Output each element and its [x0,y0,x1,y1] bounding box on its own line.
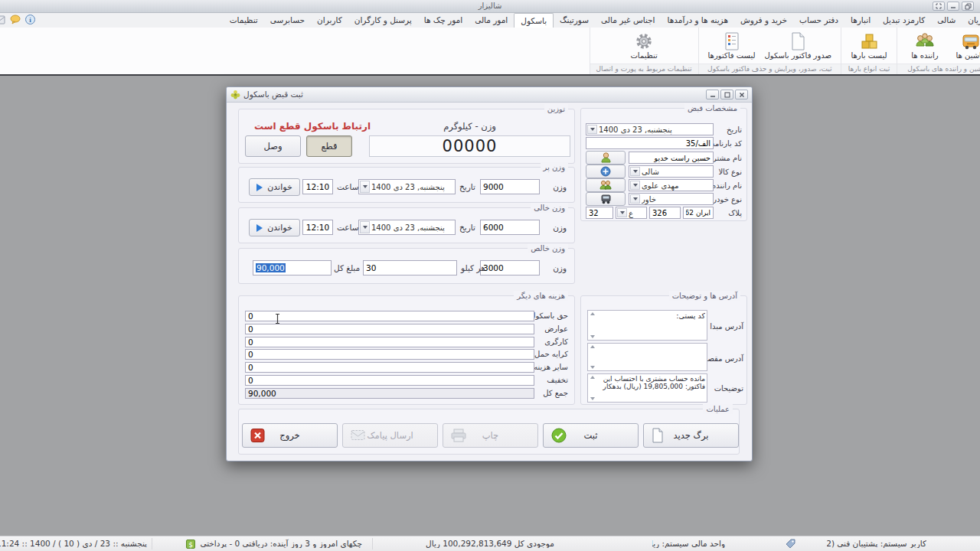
menu-item-cheques[interactable]: امور چک ها [418,13,469,28]
waybill-input[interactable] [586,137,714,149]
connect-button[interactable]: وصل [245,135,301,157]
tolls-input[interactable] [245,324,534,334]
invoices-list-label: لیست فاکتورها [708,51,756,60]
menu-item-weighbridge[interactable]: باسکول [514,13,554,28]
plate-mid-input[interactable] [649,207,681,219]
chevron-down-icon[interactable] [630,181,640,190]
empty-weight-time-input[interactable] [302,220,333,235]
net-weight-input[interactable] [480,260,540,276]
menu-item-conversion-fee[interactable]: کارمزد تبدیل [877,13,931,28]
menu-item-audit[interactable]: حسابرسی [264,13,311,28]
dialog-maximize-button[interactable] [720,90,733,99]
exit-button[interactable]: خروج [242,423,338,448]
select-customer-button[interactable] [586,151,626,165]
restore-button[interactable] [962,2,974,11]
labor-input[interactable] [245,337,534,347]
menu-item-warehouses[interactable]: انبارها [844,13,877,28]
full-weight-date-combo[interactable]: پنجشنبه, 23 دی 1400 [358,179,456,194]
menu-item-nonfinancial-goods[interactable]: اجناس غیر مالی [595,13,662,28]
total-amount-label: مبلغ کل [334,263,360,272]
total-amount-field[interactable]: 90,000 [253,260,332,276]
menu-item-ledger[interactable]: دفتر حساب [793,13,844,28]
minimize-icon [950,3,956,9]
full-weight-input[interactable] [480,179,540,194]
empty-weight-input[interactable] [480,220,540,235]
ribbon-group-port-settings: تنظیمات تنظیمات مربوط به پورت و اتصال [590,28,698,74]
read-empty-weight-button[interactable]: خواندن [249,219,300,236]
mail-icon[interactable] [0,15,5,24]
money-icon: $ [186,540,195,550]
freight-input[interactable] [245,349,534,360]
goods-type-combo[interactable]: شالی [629,165,714,178]
issue-invoice-button[interactable]: صدور فاکتور باسکول [761,30,835,60]
select-vehicle-button[interactable] [586,192,626,206]
plate-last-input[interactable] [586,207,613,219]
ticket-details-group: مشخصات قبض تاریخ پنجشنبه, 23 دی 1400 کد … [580,108,747,221]
scroll-arrows[interactable] [589,312,596,338]
settings-button[interactable]: تنظیمات [622,30,665,60]
menu-items: مشتریان شالی کارمزد تبدیل انبارها دفتر ح… [224,13,980,28]
notes-textarea[interactable]: مانده حساب مشتری با احتساب این فاکتور: 1… [597,375,705,401]
chat-icon[interactable] [10,15,21,24]
menu-item-finance[interactable]: امور مالی [469,13,514,28]
chevron-down-icon[interactable] [360,221,370,233]
origin-address-box: کد پستی: [587,310,707,341]
discount-label: تخفیف [547,376,568,384]
per-kilo-input[interactable] [363,260,457,276]
chevron-down-icon[interactable] [360,181,370,193]
full-weight-time-input[interactable] [302,179,333,194]
save-button[interactable]: ثبت [543,423,639,448]
dialog-minimize-button[interactable] [706,90,719,99]
minimize-button[interactable] [947,2,959,11]
plate-region-input[interactable] [683,207,714,219]
select-driver-button[interactable] [586,178,626,192]
dialog-close-button[interactable] [735,90,748,99]
info-icon[interactable]: i [25,15,35,24]
plate-letter-combo[interactable]: ع [616,207,647,219]
loads-list-button[interactable]: لیست بارها [848,30,890,60]
empty-weight-date-combo[interactable]: پنجشنبه, 23 دی 1400 [358,220,456,235]
chevron-down-icon[interactable] [630,194,640,204]
other-cost-input[interactable] [245,362,534,373]
chevron-down-icon[interactable] [587,125,597,134]
menu-item-buy-sell[interactable]: خرید و فروش [734,13,793,28]
weight-label: وزن [553,182,567,191]
ticket-date-combo[interactable]: پنجشنبه, 23 دی 1400 [586,123,714,135]
read-label: خواندن [267,182,292,192]
menu-item-settings[interactable]: تنظیمات [224,13,264,28]
chevron-down-icon[interactable] [617,208,627,217]
scale-disconnected-status: ارتباط باسکول قطع است [254,121,371,132]
scroll-arrows[interactable] [589,345,596,369]
add-goods-button[interactable] [586,165,626,178]
origin-address-textarea[interactable]: کد پستی: [597,311,705,339]
disconnect-button[interactable]: قطع [306,135,352,157]
drivers-button[interactable]: راننده ها [903,30,946,60]
invoices-list-button[interactable]: لیست فاکتورها [705,30,759,60]
discount-input[interactable] [245,375,534,386]
destination-address-textarea[interactable] [597,344,705,370]
menu-item-sorting[interactable]: سورتینگ [554,13,595,28]
bus-icon [961,31,980,51]
read-full-weight-button[interactable]: خواندن [249,178,300,196]
fullscreen-button[interactable] [933,2,945,11]
customer-input[interactable] [629,152,714,164]
scroll-arrows[interactable] [589,376,596,400]
status-datetime: پنجشنبه :: 23 / دی ( 10 ) / 1400 :: 11:2… [0,539,147,548]
new-sheet-button[interactable]: برگ جدید [643,423,739,448]
menu-item-paddy[interactable]: شالی [931,13,962,28]
chevron-down-icon[interactable] [630,167,640,176]
driver-combo[interactable]: مهدی علوی [629,179,714,191]
plate-label: پلاک [728,209,742,217]
empty-weight-group: وزن خالی وزن تاریخ پنجشنبه, 23 دی 1400 س… [238,207,575,243]
menubar: i مشتریان شالی کارمزد تبدیل انبارها دفتر… [0,13,980,28]
menu-item-personnel[interactable]: پرسنل و کارگران [348,13,418,28]
menu-item-users[interactable]: کاربران [311,13,348,28]
menu-item-customers[interactable]: مشتریان [962,13,980,28]
app-title: شالیزار [0,2,980,10]
destination-address-label: آدرس مقصد [704,354,743,363]
machines-button[interactable]: ماشین ها [949,30,980,60]
scale-fee-input[interactable] [245,311,534,321]
full-weight-group: وزن پر وزن تاریخ پنجشنبه, 23 دی 1400 ساع… [238,167,575,203]
menu-item-costs-incomes[interactable]: هزینه ها و درآمدها [662,13,734,28]
vehicle-type-combo[interactable]: خاور [629,193,714,205]
